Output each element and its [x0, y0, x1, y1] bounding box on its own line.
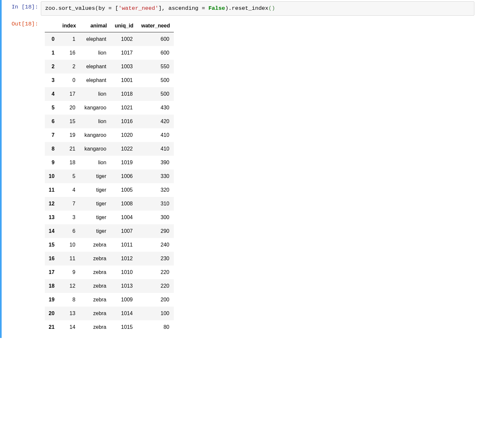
cell-animal: zebra	[80, 238, 111, 252]
cell-water_need: 230	[137, 252, 174, 265]
cell-uniq_id: 1022	[111, 142, 137, 156]
table-row: 821kangaroo1022410	[45, 142, 174, 156]
table-head: indexanimaluniq_idwater_need	[45, 20, 174, 32]
table-row: 114tiger1005320	[45, 183, 174, 197]
table-row: 2013zebra1014100	[45, 307, 174, 320]
cell-animal: tiger	[80, 224, 111, 238]
table-row: 105tiger1006330	[45, 169, 174, 183]
row-index: 19	[45, 293, 58, 307]
row-index: 3	[45, 73, 58, 87]
code-paren: ()	[269, 5, 275, 11]
row-index: 20	[45, 307, 58, 320]
cell-index: 10	[58, 238, 80, 252]
cell-animal: zebra	[80, 252, 111, 265]
cell-animal: elephant	[80, 32, 111, 46]
cell-water_need: 320	[137, 183, 174, 197]
row-index: 2	[45, 60, 58, 73]
cell-water_need: 500	[137, 87, 174, 101]
cell-animal: elephant	[80, 73, 111, 87]
cell-water_need: 600	[137, 32, 174, 46]
cell-animal: lion	[80, 156, 111, 169]
row-index: 17	[45, 265, 58, 279]
output-area: indexanimaluniq_idwater_need 01elephant1…	[41, 18, 477, 337]
table-row: 198zebra1009200	[45, 293, 174, 307]
cell-index: 1	[58, 32, 80, 46]
table-row: 1812zebra1013220	[45, 279, 174, 293]
table-row: 615lion1016420	[45, 115, 174, 128]
cell-uniq_id: 1013	[111, 279, 137, 293]
cell-water_need: 550	[137, 60, 174, 73]
cell-uniq_id: 1014	[111, 307, 137, 320]
table-row: 01elephant1002600	[45, 32, 174, 46]
cell-index: 3	[58, 211, 80, 224]
cell-water_need: 420	[137, 115, 174, 128]
table-row: 520kangaroo1021430	[45, 101, 174, 115]
cell-uniq_id: 1011	[111, 238, 137, 252]
table-row: 133tiger1004300	[45, 211, 174, 224]
table-row: 22elephant1003550	[45, 60, 174, 73]
cell-water_need: 200	[137, 293, 174, 307]
cell-water_need: 100	[137, 307, 174, 320]
table-row: 127tiger1008310	[45, 197, 174, 211]
table-row: 719kangaroo1020410	[45, 128, 174, 142]
cell-index: 7	[58, 197, 80, 211]
cell-animal: zebra	[80, 307, 111, 320]
row-index: 11	[45, 183, 58, 197]
cell-animal: zebra	[80, 293, 111, 307]
cell-uniq_id: 1001	[111, 73, 137, 87]
cell-uniq_id: 1017	[111, 46, 137, 60]
cell-animal: zebra	[80, 265, 111, 279]
cell-animal: kangaroo	[80, 142, 111, 156]
cell-water_need: 500	[137, 73, 174, 87]
code-text: zoo.sort_values(by = [	[45, 5, 118, 11]
table-row: 116lion1017600	[45, 46, 174, 60]
row-index: 7	[45, 128, 58, 142]
row-index: 10	[45, 169, 58, 183]
cell-index: 17	[58, 87, 80, 101]
cell-index: 13	[58, 307, 80, 320]
cell-water_need: 330	[137, 169, 174, 183]
table-row: 179zebra1010220	[45, 265, 174, 279]
cell-animal: lion	[80, 46, 111, 60]
row-index: 0	[45, 32, 58, 46]
cell-uniq_id: 1012	[111, 252, 137, 265]
cell-uniq_id: 1004	[111, 211, 137, 224]
code-text: ).reset_index	[225, 5, 269, 11]
row-index: 13	[45, 211, 58, 224]
column-header: index	[58, 20, 80, 32]
cell-water_need: 430	[137, 101, 174, 115]
cell-water_need: 300	[137, 211, 174, 224]
cell-index: 11	[58, 252, 80, 265]
cell-index: 5	[58, 169, 80, 183]
cell-index: 15	[58, 115, 80, 128]
code-keyword: False	[208, 5, 225, 11]
cell-uniq_id: 1002	[111, 32, 137, 46]
cell-animal: kangaroo	[80, 101, 111, 115]
table-row: 30elephant1001500	[45, 73, 174, 87]
row-index: 18	[45, 279, 58, 293]
column-header: animal	[80, 20, 111, 32]
row-index: 9	[45, 156, 58, 169]
cell-index: 9	[58, 265, 80, 279]
cell-index: 19	[58, 128, 80, 142]
cell-animal: kangaroo	[80, 128, 111, 142]
cell-animal: tiger	[80, 169, 111, 183]
row-index: 8	[45, 142, 58, 156]
table-row: 417lion1018500	[45, 87, 174, 101]
table-row: 1510zebra1011240	[45, 238, 174, 252]
row-index: 1	[45, 46, 58, 60]
cell-index: 18	[58, 156, 80, 169]
row-index: 5	[45, 101, 58, 115]
cell-uniq_id: 1005	[111, 183, 137, 197]
cell-water_need: 80	[137, 320, 174, 334]
cell-water_need: 410	[137, 128, 174, 142]
code-text: ], ascending =	[158, 5, 208, 11]
cell-animal: zebra	[80, 320, 111, 334]
row-index: 6	[45, 115, 58, 128]
table-body: 01elephant1002600116lion101760022elephan…	[45, 32, 174, 334]
table-row: 2114zebra101580	[45, 320, 174, 334]
dataframe-table: indexanimaluniq_idwater_need 01elephant1…	[45, 20, 174, 334]
cell-water_need: 310	[137, 197, 174, 211]
code-cell[interactable]: zoo.sort_values(by = ['water_need'], asc…	[41, 1, 474, 16]
column-header: water_need	[137, 20, 174, 32]
